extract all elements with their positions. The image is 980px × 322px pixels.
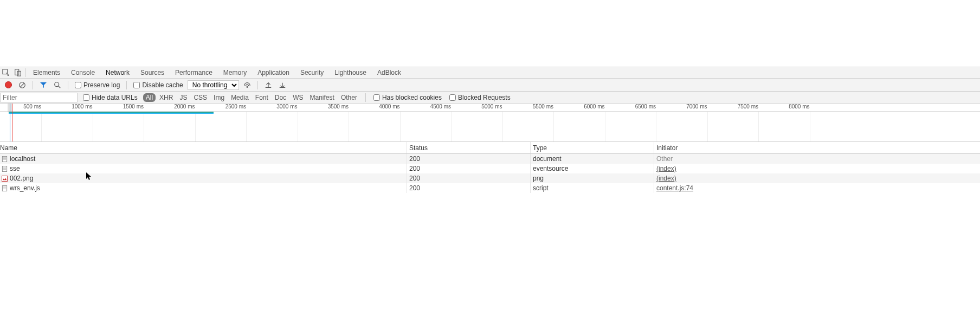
column-status[interactable]: Status xyxy=(407,142,531,153)
panel-tab-network[interactable]: Network xyxy=(100,67,135,78)
svg-line-6 xyxy=(59,86,61,88)
request-name: localhost xyxy=(10,155,35,163)
cell-status: 200 xyxy=(407,154,531,164)
cell-name: sse xyxy=(0,164,407,173)
timeline-tick: 5500 ms xyxy=(533,104,553,110)
throttling-select[interactable]: No throttling xyxy=(188,80,239,90)
timeline-tick: 6000 ms xyxy=(584,104,604,110)
filter-type-js[interactable]: JS xyxy=(177,93,190,102)
filter-type-img[interactable]: Img xyxy=(211,93,227,102)
network-conditions-icon[interactable] xyxy=(241,79,253,91)
panel-tab-lighthouse[interactable]: Lighthouse xyxy=(329,67,372,78)
blocked-requests-label: Blocked Requests xyxy=(458,94,511,101)
timeline-tick: 7500 ms xyxy=(738,104,758,110)
filter-type-all[interactable]: All xyxy=(143,93,156,102)
filter-type-xhr[interactable]: XHR xyxy=(157,93,176,102)
timeline-gridline xyxy=(349,112,349,141)
panel-tab-security[interactable]: Security xyxy=(295,67,329,78)
initiator-link: Other xyxy=(656,155,673,163)
panel-tab-application[interactable]: Application xyxy=(252,67,295,78)
filter-type-media[interactable]: Media xyxy=(228,93,252,102)
network-table-header[interactable]: Name Status Type Initiator xyxy=(0,142,980,154)
timeline-tick: 2500 ms xyxy=(225,104,246,110)
timeline-tick: 4500 ms xyxy=(430,104,451,110)
cell-name: wrs_env.js xyxy=(0,183,407,193)
separator xyxy=(33,81,33,89)
svg-rect-16 xyxy=(2,176,7,181)
domcontentloaded-marker xyxy=(10,104,10,141)
devtools-tabs: ElementsConsoleNetworkSourcesPerformance… xyxy=(0,67,980,79)
separator xyxy=(365,93,366,102)
panel-tab-console[interactable]: Console xyxy=(66,67,100,78)
search-icon[interactable] xyxy=(51,79,63,91)
document-file-icon xyxy=(1,185,8,191)
request-name: wrs_env.js xyxy=(10,184,40,192)
svg-point-5 xyxy=(55,82,59,86)
panel-tab-elements[interactable]: Elements xyxy=(28,67,66,78)
cell-type: eventsource xyxy=(531,164,654,173)
table-row[interactable]: 002.png200png(index) xyxy=(0,173,980,183)
svg-point-7 xyxy=(247,86,248,87)
import-har-icon[interactable] xyxy=(262,79,274,91)
cell-initiator: content.js:74 xyxy=(654,183,980,193)
load-marker xyxy=(12,104,12,141)
timeline-gridline xyxy=(41,112,42,141)
record-button[interactable] xyxy=(2,79,14,91)
timeline-tick: 2000 ms xyxy=(174,104,195,110)
table-row[interactable]: wrs_env.js200scriptcontent.js:74 xyxy=(0,183,980,193)
timeline-gridline xyxy=(246,112,247,141)
blocked-cookies-checkbox[interactable]: Has blocked cookies xyxy=(373,94,442,101)
inspect-element-icon[interactable] xyxy=(0,67,12,78)
timeline-gridline xyxy=(298,112,298,141)
filter-type-doc[interactable]: Doc xyxy=(272,93,289,102)
timeline-tick: 1000 ms xyxy=(72,104,92,110)
svg-rect-8 xyxy=(2,156,7,162)
export-har-icon[interactable] xyxy=(276,79,288,91)
panel-tab-sources[interactable]: Sources xyxy=(135,67,170,78)
disable-cache-checkbox[interactable]: Disable cache xyxy=(133,81,183,89)
timeline-tick: 5000 ms xyxy=(481,104,502,110)
timeline-gridline xyxy=(758,112,759,141)
cell-type: document xyxy=(531,154,654,164)
preserve-log-checkbox[interactable]: Preserve log xyxy=(75,81,120,89)
filter-type-css[interactable]: CSS xyxy=(191,93,210,102)
table-row[interactable]: sse200eventsource(index) xyxy=(0,164,980,173)
separator xyxy=(126,81,127,89)
clear-icon[interactable] xyxy=(16,79,28,91)
panel-tab-memory[interactable]: Memory xyxy=(218,67,252,78)
panel-tab-adblock[interactable]: AdBlock xyxy=(372,67,407,78)
request-name: 002.png xyxy=(10,175,33,182)
filter-toggle-icon[interactable] xyxy=(37,79,49,91)
disable-cache-label: Disable cache xyxy=(142,81,183,89)
timeline-tick: 7000 ms xyxy=(686,104,707,110)
timeline-tick: 3000 ms xyxy=(276,104,297,110)
svg-rect-17 xyxy=(2,185,7,191)
initiator-link[interactable]: content.js:74 xyxy=(656,184,693,192)
cell-status: 200 xyxy=(407,173,531,183)
initiator-link[interactable]: (index) xyxy=(656,175,676,182)
column-type[interactable]: Type xyxy=(531,142,654,153)
hide-data-urls-checkbox[interactable]: Hide data URLs xyxy=(83,94,138,101)
blocked-requests-checkbox[interactable]: Blocked Requests xyxy=(449,94,511,101)
filter-type-other[interactable]: Other xyxy=(338,93,360,102)
table-row[interactable]: localhost200documentOther xyxy=(0,154,980,164)
timeline-gridline xyxy=(605,112,605,141)
device-toolbar-icon[interactable] xyxy=(12,67,24,78)
filter-type-font[interactable]: Font xyxy=(253,93,271,102)
request-name: sse xyxy=(10,165,20,172)
column-initiator[interactable]: Initiator xyxy=(654,142,980,153)
filter-input[interactable] xyxy=(0,93,78,102)
timeline-gridline xyxy=(400,112,401,141)
hide-data-urls-label: Hide data URLs xyxy=(92,94,138,101)
cell-status: 200 xyxy=(407,164,531,173)
filter-type-ws[interactable]: WS xyxy=(290,93,306,102)
initiator-link[interactable]: (index) xyxy=(656,165,676,172)
network-timeline[interactable]: 500 ms1000 ms1500 ms2000 ms2500 ms3000 m… xyxy=(0,104,980,142)
cell-initiator: (index) xyxy=(654,173,980,183)
cell-type: png xyxy=(531,173,654,183)
filter-type-manifest[interactable]: Manifest xyxy=(307,93,337,102)
column-name[interactable]: Name xyxy=(0,142,407,153)
panel-tab-performance[interactable]: Performance xyxy=(170,67,218,78)
timeline-tick: 1500 ms xyxy=(123,104,144,110)
timeline-gridline xyxy=(195,112,196,141)
